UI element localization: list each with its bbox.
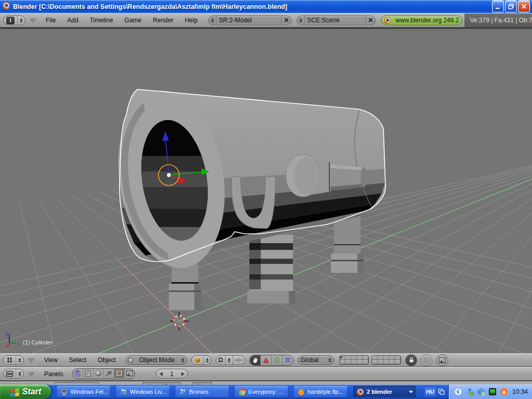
window-type-selector[interactable]: i: [3, 16, 25, 25]
display-settings-tray-icon[interactable]: [488, 388, 497, 396]
scene-context-button[interactable]: [125, 369, 135, 378]
task-everypony-browser[interactable]: Everypony: ...: [235, 386, 288, 397]
object-context-button[interactable]: [104, 369, 114, 378]
toolbar-handle-icon[interactable]: [438, 388, 445, 399]
editor-type-selector[interactable]: [3, 355, 24, 365]
draw-type-selector[interactable]: [191, 355, 211, 365]
buttons-editor-type-selector[interactable]: [3, 369, 24, 379]
cannon-middle-leg: [247, 235, 295, 303]
frame-increment-arrow[interactable]: [181, 372, 184, 376]
windows-flag-icon: [10, 388, 20, 396]
window-titlebar: Blender [C:\Documents and Settings\Rends…: [0, 0, 532, 13]
cannon-model[interactable]: [106, 83, 385, 310]
screen-delete-button[interactable]: ✕: [281, 16, 291, 25]
screen-selector-stepper[interactable]: [209, 16, 216, 25]
shading-context-button[interactable]: [94, 369, 104, 378]
render-preview-button[interactable]: [436, 354, 448, 366]
window-type-stepper[interactable]: [17, 16, 25, 25]
menu-help[interactable]: Help: [179, 17, 204, 24]
restore-button[interactable]: [505, 1, 517, 12]
pivot-stepper[interactable]: [225, 356, 233, 365]
avast-tray-icon[interactable]: a: [500, 388, 508, 396]
screen-selector[interactable]: SR:2-Model ✕: [208, 16, 291, 25]
messenger-status-tray-icon[interactable]: [466, 388, 474, 396]
scene-selector[interactable]: SCE:Scene ✕: [297, 16, 376, 25]
buttons-editor-stepper[interactable]: [16, 369, 23, 378]
screen: Blender [C:\Documents and Settings\Rends…: [0, 0, 532, 399]
editor-type-stepper[interactable]: [16, 356, 23, 365]
buttons-context-group: [72, 368, 135, 379]
menu-file[interactable]: File: [40, 17, 61, 24]
menu-object[interactable]: Object: [92, 356, 122, 364]
buttons-panel-strip: Vertex Color New: [0, 381, 532, 384]
draw-type-stepper[interactable]: [203, 356, 211, 365]
scale-manipulator-toggle[interactable]: [272, 355, 283, 365]
view3d-header: View Select Object Object Mode Ω: [0, 353, 532, 367]
manipulator-center[interactable]: [167, 173, 171, 178]
lock-layers-button[interactable]: [405, 354, 417, 366]
window-title: Blender [C:\Documents and Settings\Rends…: [13, 3, 492, 10]
object-mode-icon: [126, 356, 137, 365]
hand-icon: [252, 357, 259, 364]
user-prefs-icon: i: [6, 17, 15, 24]
logic-pacman-icon: [74, 370, 81, 377]
menu-game[interactable]: Game: [119, 17, 148, 24]
blender-version-button[interactable]: www.blender.org 249.2: [381, 16, 462, 25]
task-group-chevron-icon[interactable]: [409, 391, 413, 393]
hide-icons-chevron-button[interactable]: [454, 388, 462, 396]
translate-manipulator-toggle[interactable]: [250, 355, 261, 365]
dropbox-tray-icon[interactable]: [477, 388, 485, 396]
task-windows-explorer[interactable]: Windows Fel...: [57, 386, 111, 397]
scene-delete-button[interactable]: ✕: [365, 16, 375, 25]
manipulator-toggle-icon[interactable]: [233, 356, 245, 365]
viewport-top-edge: [0, 28, 532, 29]
buttons-collapse-icon[interactable]: [28, 372, 34, 376]
header-collapse-icon[interactable]: [30, 18, 36, 22]
proportional-edit-button[interactable]: [420, 354, 432, 366]
task-windows-live[interactable]: Windows Liv...: [116, 386, 170, 397]
draw-type-solid-icon: [192, 356, 203, 365]
axis-mini-gizmo: z y: [6, 331, 20, 347]
task-blender-group[interactable]: 2 blender: [353, 386, 416, 397]
logic-context-button[interactable]: [73, 369, 83, 378]
frame-value: 1: [170, 370, 174, 378]
messenger-icon: [179, 388, 187, 395]
menu-timeline[interactable]: Timeline: [84, 17, 119, 24]
start-label: Start: [22, 387, 41, 396]
close-button[interactable]: [518, 1, 530, 12]
orientation-selector[interactable]: Global: [298, 355, 334, 365]
viewport-3d[interactable]: z y (1) Cylinder: [0, 28, 532, 353]
menu-view[interactable]: View: [38, 356, 63, 364]
orientation-stepper[interactable]: [326, 356, 334, 365]
mode-stepper[interactable]: [179, 356, 187, 365]
buttons-editor-icon: [4, 369, 16, 378]
frame-number-stepper[interactable]: 1: [156, 369, 188, 379]
minimize-button[interactable]: [492, 1, 504, 12]
menu-select[interactable]: Select: [63, 356, 92, 364]
panels-menu[interactable]: Panels: [38, 370, 69, 378]
taskbar: Start Windows Fel... Windows Liv... Bron…: [0, 384, 532, 399]
scene-selector-stepper[interactable]: [297, 16, 304, 25]
menu-add[interactable]: Add: [61, 17, 84, 24]
script-context-button[interactable]: [83, 369, 94, 378]
task-bronies[interactable]: Bronies: [176, 386, 229, 397]
layer-buttons-group-1[interactable]: [339, 355, 369, 365]
buttons-window-header: Panels 1: [0, 367, 532, 381]
start-button[interactable]: Start: [0, 384, 51, 399]
manipulator-widget-toggles: [249, 355, 294, 366]
task-hardstyle-flstudio[interactable]: hardstyle.flp...: [294, 386, 348, 397]
blender-logo-small-icon: [381, 16, 393, 25]
editing-context-button[interactable]: [114, 369, 125, 378]
frame-decrement-arrow[interactable]: [159, 372, 163, 376]
rotate-manipulator-toggle[interactable]: [261, 355, 272, 365]
language-indicator[interactable]: HU: [424, 387, 436, 396]
manipulator-space-toggle[interactable]: [283, 355, 293, 365]
object-arrows-icon: [105, 370, 112, 377]
blender-top-header: i File Add Timeline Game Render Help SR:…: [0, 13, 532, 28]
view3d-collapse-icon[interactable]: [28, 358, 34, 362]
version-label: www.blender.org 249.2: [393, 17, 462, 24]
mode-selector[interactable]: Object Mode: [126, 355, 187, 365]
menu-render[interactable]: Render: [147, 17, 179, 24]
layer-buttons-group-2[interactable]: [371, 355, 401, 365]
pivot-selector[interactable]: Ω: [216, 355, 246, 365]
